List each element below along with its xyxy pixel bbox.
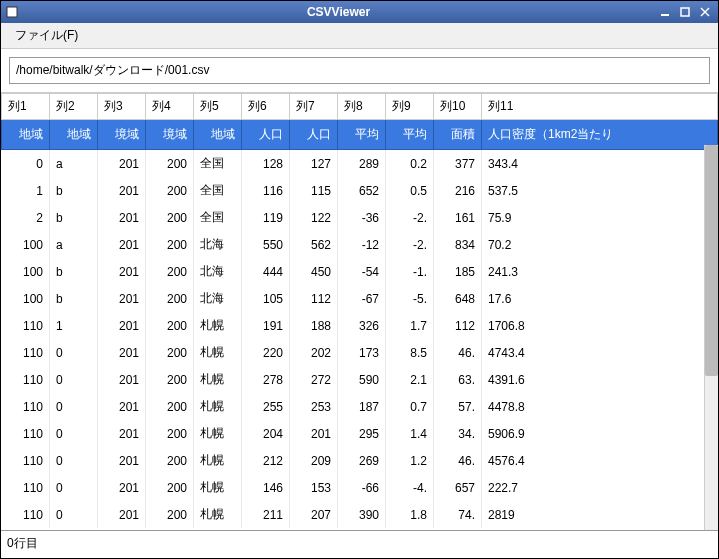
table-cell: 146 <box>242 474 290 501</box>
column-header[interactable]: 列6 <box>242 94 290 120</box>
table-cell: 201 <box>98 231 146 258</box>
table-cell: 200 <box>146 447 194 474</box>
table-row[interactable]: 0a201200全国1281272890.2377343.4 <box>2 150 718 178</box>
sub-header[interactable]: 平均 <box>338 120 386 150</box>
sub-header[interactable]: 地域 <box>50 120 98 150</box>
table-cell: 70.2 <box>482 231 718 258</box>
table-cell: 200 <box>146 312 194 339</box>
table-cell: 255 <box>242 393 290 420</box>
table-cell: 200 <box>146 366 194 393</box>
table-cell: 122 <box>290 204 338 231</box>
table-cell: 253 <box>290 393 338 420</box>
table-cell: 全国 <box>194 150 242 178</box>
table-cell: 241.3 <box>482 258 718 285</box>
table-cell: 201 <box>98 285 146 312</box>
table-cell: -4. <box>386 474 434 501</box>
table-row[interactable]: 100a201200北海550562-12-2.83470.2 <box>2 231 718 258</box>
column-header[interactable]: 列9 <box>386 94 434 120</box>
table-cell: 1 <box>50 312 98 339</box>
table-row[interactable]: 1b201200全国1161156520.5216537.5 <box>2 177 718 204</box>
table-cell: b <box>50 204 98 231</box>
table-row[interactable]: 1100201200札幌2202021738.546.4743.4 <box>2 339 718 366</box>
table-cell: 110 <box>2 339 50 366</box>
table-cell: 562 <box>290 231 338 258</box>
svg-rect-0 <box>7 7 17 17</box>
sub-header[interactable]: 境域 <box>98 120 146 150</box>
table-cell: 200 <box>146 177 194 204</box>
column-header[interactable]: 列3 <box>98 94 146 120</box>
table-cell: a <box>50 231 98 258</box>
sub-header[interactable]: 面積 <box>434 120 482 150</box>
table-cell: 201 <box>98 204 146 231</box>
column-header[interactable]: 列1 <box>2 94 50 120</box>
table-container[interactable]: 列1列2列3列4列5列6列7列8列9列10列11 地域地域境域境域地域人口人口平… <box>1 92 718 530</box>
window-title: CSVViewer <box>23 5 654 19</box>
close-button[interactable] <box>696 4 714 20</box>
table-cell: 200 <box>146 420 194 447</box>
table-cell: 46. <box>434 447 482 474</box>
minimize-button[interactable] <box>656 4 674 20</box>
table-cell: 1.7 <box>386 312 434 339</box>
table-row[interactable]: 1100201200札幌146153-66-4.657222.7 <box>2 474 718 501</box>
table-cell: 100 <box>2 231 50 258</box>
table-cell: 295 <box>338 420 386 447</box>
table-cell: 550 <box>242 231 290 258</box>
vertical-scrollbar[interactable] <box>704 145 718 530</box>
table-row[interactable]: 1100201200札幌2782725902.163.4391.6 <box>2 366 718 393</box>
table-cell: 1706.8 <box>482 312 718 339</box>
table-cell: 0.7 <box>386 393 434 420</box>
table-cell: 110 <box>2 501 50 528</box>
table-row[interactable]: 100b201200北海444450-54-1.185241.3 <box>2 258 718 285</box>
table-row[interactable]: 1100201200札幌2552531870.757.4478.8 <box>2 393 718 420</box>
table-row[interactable]: 1100201200札幌2112073901.874.2819 <box>2 501 718 528</box>
table-row[interactable]: 1101201200札幌1911883261.71121706.8 <box>2 312 718 339</box>
table-cell: b <box>50 258 98 285</box>
column-header[interactable]: 列4 <box>146 94 194 120</box>
statusbar: 0行目 <box>1 530 718 552</box>
table-cell: 17.6 <box>482 285 718 312</box>
table-cell: 1.8 <box>386 501 434 528</box>
column-header[interactable]: 列8 <box>338 94 386 120</box>
table-cell: 2.1 <box>386 366 434 393</box>
filepath-field[interactable]: /home/bitwalk/ダウンロード/001.csv <box>9 57 710 84</box>
sub-header[interactable]: 境域 <box>146 120 194 150</box>
maximize-button[interactable] <box>676 4 694 20</box>
table-row[interactable]: 1100201200札幌2042012951.434.5906.9 <box>2 420 718 447</box>
table-cell: 200 <box>146 258 194 285</box>
table-cell: 222.7 <box>482 474 718 501</box>
table-cell: 110 <box>2 447 50 474</box>
menu-file[interactable]: ファイル(F) <box>7 23 86 48</box>
sub-header[interactable]: 地域 <box>2 120 50 150</box>
table-cell: 269 <box>338 447 386 474</box>
table-cell: -2. <box>386 231 434 258</box>
sub-header[interactable]: 平均 <box>386 120 434 150</box>
table-row[interactable]: 1100201200札幌2122092691.246.4576.4 <box>2 447 718 474</box>
column-header[interactable]: 列11 <box>482 94 718 120</box>
table-cell: 202 <box>290 339 338 366</box>
table-cell: 8.5 <box>386 339 434 366</box>
column-header[interactable]: 列2 <box>50 94 98 120</box>
column-header[interactable]: 列5 <box>194 94 242 120</box>
table-cell: b <box>50 177 98 204</box>
column-header[interactable]: 列7 <box>290 94 338 120</box>
table-cell: 0.2 <box>386 150 434 178</box>
table-row[interactable]: 2b201200全国119122-36-2.16175.9 <box>2 204 718 231</box>
table-row[interactable]: 100b201200北海105112-67-5.64817.6 <box>2 285 718 312</box>
table-cell: 北海 <box>194 231 242 258</box>
sub-header[interactable]: 人口密度（1km2当たり <box>482 120 718 150</box>
column-header[interactable]: 列10 <box>434 94 482 120</box>
sub-header[interactable]: 地域 <box>194 120 242 150</box>
table-cell: 4391.6 <box>482 366 718 393</box>
table-cell: 201 <box>98 501 146 528</box>
table-cell: 112 <box>290 285 338 312</box>
table-cell: a <box>50 150 98 178</box>
table-cell: 191 <box>242 312 290 339</box>
table-cell: 278 <box>242 366 290 393</box>
sub-header[interactable]: 人口 <box>242 120 290 150</box>
table-cell: 537.5 <box>482 177 718 204</box>
scroll-thumb[interactable] <box>705 145 718 376</box>
menubar: ファイル(F) <box>1 23 718 49</box>
table-cell: 444 <box>242 258 290 285</box>
sub-header[interactable]: 人口 <box>290 120 338 150</box>
table-cell: 0 <box>50 339 98 366</box>
